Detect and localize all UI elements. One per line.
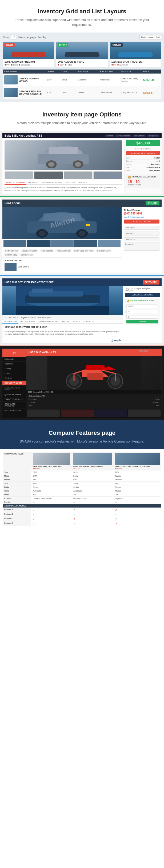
yamaha-price-was: $27,000 xyxy=(139,350,148,353)
contact-phone-input[interactable] xyxy=(124,237,160,241)
yamaha-bike-svg xyxy=(26,356,162,390)
calc-icon: 💰 xyxy=(127,300,130,302)
calc-input-price[interactable] xyxy=(127,305,158,308)
financing-months-num: 15 xyxy=(128,180,134,184)
yamaha-inner: H Motorcycles Sportbikes Touring Cruiser… xyxy=(2,348,162,418)
calc-input-months[interactable] xyxy=(127,310,158,313)
boat-shape-3 xyxy=(117,52,154,57)
yamaha-nav-testdrive[interactable]: SCHEDULE TEST DRIVE xyxy=(2,385,26,392)
bmw-main-image xyxy=(4,141,122,170)
contact-message-input[interactable] xyxy=(124,242,160,251)
yamaha-nav-calculate[interactable]: CALCULATE PAYMENTS xyxy=(2,402,26,408)
yamaha-thumb-3 xyxy=(94,409,128,417)
schedule-btn[interactable]: SCHEDULE A SHOWING xyxy=(125,293,160,297)
compare-label-year: Year xyxy=(3,470,31,474)
bmw-find-btn[interactable]: FIND SIMILAR & CHEAPER xyxy=(126,151,160,155)
financing-months-label: months xyxy=(128,184,134,186)
compare-val-interior-1: — xyxy=(31,500,72,504)
card-year-3: 1995 BAY CRAFT MOSTEK xyxy=(111,60,160,63)
bmw-spec-4: Trim Multi-pattern xyxy=(126,169,160,173)
bmw-car-svg xyxy=(4,141,122,170)
yamaha-nav-touring[interactable]: Touring xyxy=(2,366,26,371)
list-price-1: $30,160 xyxy=(143,78,160,82)
bayliner-tab-5[interactable]: CONTACTS xyxy=(82,320,95,324)
compare-label-model: Model xyxy=(3,478,31,482)
bmw-tab-4[interactable]: CONTACT xyxy=(77,181,88,185)
svg-rect-18 xyxy=(16,306,109,315)
compare-feature-val-2-0: ✓ xyxy=(31,517,72,521)
yamaha-nav-phone[interactable]: QUOTE BY PHONE xyxy=(2,392,26,397)
calc-submit-btn[interactable]: Calculate xyxy=(127,320,158,323)
bmw-tab-3[interactable]: LOCATION xyxy=(64,181,76,185)
bmw-spec-2: Trans Automatic xyxy=(126,163,160,166)
ford-spec-2: Fuel: Gasoline xyxy=(39,249,54,252)
bayliner-tab-0[interactable]: DESCRIPTION xyxy=(2,320,19,324)
contact-name-input[interactable] xyxy=(124,226,160,230)
template-bmw: BMW 535i, Navi, Leather, ABS Certified A… xyxy=(0,131,164,196)
list-col-price: PRICE xyxy=(143,71,160,72)
calc-input-rate[interactable] xyxy=(127,315,158,319)
grid-card-3[interactable]: $325,000 1995 BAY CRAFT MOSTEK 9'0" Alum… xyxy=(110,41,161,67)
bmw-spec-label-3: Color xyxy=(126,166,131,168)
compare-val-make-3: Toyota xyxy=(114,474,161,478)
bmw-header: BMW 535i, Navi, Leather, ABS Certified A… xyxy=(2,133,162,138)
card-meta-item-2b: Hybrid xyxy=(65,64,72,66)
bayliner-tab-1[interactable]: SPECIFICATIONS xyxy=(19,320,37,324)
yamaha-nav-cruiser[interactable]: Cruiser xyxy=(2,371,26,376)
svg-rect-12 xyxy=(86,224,90,226)
bayliner-tab-2[interactable]: STANDARD FEATURES xyxy=(37,320,61,324)
bayliner-tab-4[interactable]: VIDEOS xyxy=(72,320,82,324)
compare-feature-val-1-0: ✓ xyxy=(31,512,72,517)
card-image-3: $325,000 xyxy=(110,42,161,59)
yamaha-prices: $27,000 $25,050 xyxy=(139,350,160,353)
yamaha-nav-history[interactable]: HISTORY REPORT xyxy=(2,408,26,413)
compare-feature-val-2-2: ✓ xyxy=(114,517,161,521)
ford-thumb-2 xyxy=(27,240,50,247)
compare-row-trim: Trim Navi Sport 4WD xyxy=(3,482,161,486)
card-meta-3: 9'0" Aluminium xyxy=(111,64,160,66)
ford-spec-6: Exterior: Grey xyxy=(4,253,18,256)
inventory-toolbar: Show 16 items per page Sort by: Date: ne… xyxy=(3,35,161,39)
contact-btn[interactable]: CONTACT DEALER xyxy=(124,220,160,223)
bayliner-tab-3[interactable]: PHOTOS xyxy=(60,320,72,324)
yamaha-spec-row-1: In Stock In Stock xyxy=(29,401,160,404)
ford-inner: Ford Focus $16,000 Allerun xyxy=(2,199,162,273)
sort-select[interactable]: Date: newest first xyxy=(139,35,161,39)
compare-val-body-1: Sedan xyxy=(31,486,72,489)
yamaha-nav-motorcycles[interactable]: Motorcycles xyxy=(2,357,26,362)
list-fuel-2: Diesel xyxy=(78,91,99,94)
bmw-tab-2[interactable]: FEATURES & OPTIONS xyxy=(40,181,64,185)
bayliner-spec-list: Length: 47' | Engine: Gas | Hull: Fiberg… xyxy=(125,287,160,291)
yamaha-nav-sportbikes[interactable]: Sportbikes xyxy=(2,362,26,366)
template-yamaha: H Motorcycles Sportbikes Touring Cruiser… xyxy=(0,345,164,420)
list-header: BRAND NAME LENGTH YEAR FUEL TYPE HULL MA… xyxy=(3,69,161,73)
yamaha-nav-quote[interactable]: REQUEST A QUOTE xyxy=(2,381,26,385)
yamaha-nav-trade[interactable]: TRADE YOUR VALUE xyxy=(2,397,26,402)
compare-row-exterior: Exterior Obsidian Black Metallic Deep Bl… xyxy=(3,497,161,500)
yamaha-thumb-1 xyxy=(27,409,60,417)
bayliner-body: Yr: 1991 Ln: 47' Engine: Aluminum Hull: … xyxy=(2,286,162,343)
list-item-2[interactable]: 2016 SAILFISH 220 CENTER CONSOLE 20'3" 2… xyxy=(3,86,161,99)
svg-point-2 xyxy=(48,162,55,167)
per-page-control[interactable]: 16 xyxy=(11,35,17,39)
bmw-tab-1[interactable]: TECHNICAL xyxy=(26,181,40,185)
list-col-length: LENGTH xyxy=(47,71,61,72)
grid-card-1[interactable]: $60,100 1992 ALISON 29 PREMIUM 9'7" Hybr… xyxy=(3,41,54,67)
list-title-col-1: 2015 GLASTRON GTI80B xyxy=(4,75,46,85)
compare-car-img-3 xyxy=(115,453,160,465)
compare-row-trans: Trans Automatic Automatic Manual xyxy=(3,489,161,493)
list-price-2: $19,837 xyxy=(143,91,160,94)
grid-card-2[interactable]: $67,999 2005 ALISON 38 PIXHL 8'11" Hybri… xyxy=(56,41,108,67)
yamaha-nav-offroad[interactable]: Off Road xyxy=(2,376,26,381)
bmw-badge-0: Certified xyxy=(105,134,114,137)
compare-val-exterior-3: Baja Blue xyxy=(114,497,161,500)
bayliner-boat-svg xyxy=(2,286,123,315)
section1-title: Inventory Grid and List Layouts xyxy=(11,8,153,15)
compare-val-model-1: 535i xyxy=(31,478,72,482)
financing-row: 15 months 10 % rate xyxy=(128,180,158,186)
bmw-tab-0[interactable]: VEHICLE OVERVIEW xyxy=(4,181,26,185)
list-item-1[interactable]: 2015 GLASTRON GTI80B 17'4" 2015 Gasoline… xyxy=(3,73,161,86)
yamaha-location: College Station, TX xyxy=(29,395,160,397)
yamaha-logo-text: H xyxy=(13,351,16,355)
contact-email-input[interactable] xyxy=(124,231,160,236)
